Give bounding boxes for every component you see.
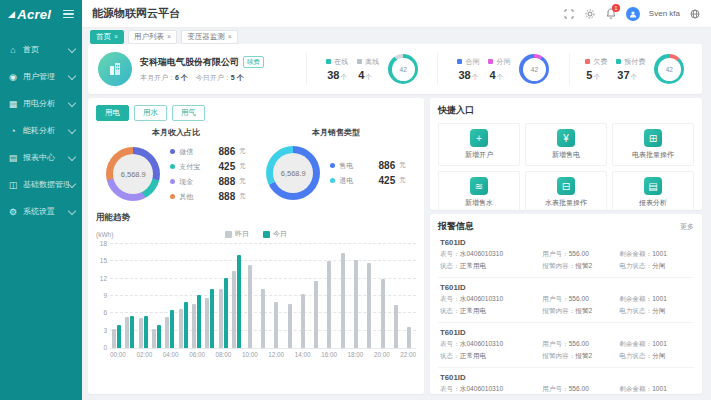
sidebar-item-label: 用户管理 [23,71,69,82]
quick-entry-item[interactable]: ▤ 报表分析 [612,171,694,214]
arrears-stat: 欠费 5个 [585,57,607,82]
sidebar-item[interactable]: ▦ 用电分析 [0,90,82,117]
avatar[interactable] [626,7,640,21]
app-logo: ◢ Acrel [8,7,51,22]
alarm-status: 状态：正常用电 [440,352,538,361]
alarm-meter-no: 表号：水0406010310 [440,250,538,259]
alarm-content: 报警内容：报警2 [542,262,615,271]
alarm-device-id: T601ID [440,328,692,337]
alarm-power-state: 电力状态：分闸 [619,352,692,361]
quick-entry-item[interactable]: ⊟ 水表批量操作 [525,171,607,214]
offline-stat: 离线 4个 [357,57,379,82]
legend-sell: 售电886元 [330,160,406,171]
quick-entry-item[interactable]: ≋ 新增售水 [438,171,520,214]
sidebar-item[interactable]: ◔ 能耗分析 [0,117,82,144]
alarm-device-id: T601ID [440,283,692,292]
sidebar-item[interactable]: ▤ 报表中心 [0,144,82,171]
bar-group [216,244,229,348]
quick-entry-label: 电表批量操作 [632,150,674,160]
bar-group [230,244,243,348]
sales-donut: 6,568.9 [266,146,320,200]
quick-entry-item[interactable]: ¥ 新增售电 [525,123,607,166]
alarm-user-no: 用户号：556.00 [542,250,615,259]
sales-section: 本月销售类型 6,568.9 售电886元 退电425元 [256,127,416,202]
tab-home[interactable]: 首页× [90,30,124,44]
bar-group [389,244,402,348]
prepaid-stat: 预付费 37个 [616,57,645,82]
quick-entry-item[interactable]: ⊞ 电表批量操作 [612,123,694,166]
chevron-down-icon [68,125,76,133]
menu-item-icon: ◫ [7,180,19,190]
tab-bar: 首页× 用户列表× 变压器监测× [82,28,711,45]
page-title: 能源物联网云平台 [92,6,180,21]
quick-entry-label: 新增开户 [465,150,493,160]
meter-batch-icon: ⊞ [644,129,662,147]
alarm-meter-no: 表号：水0406010310 [440,385,538,394]
chevron-down-icon [68,179,76,187]
language-globe-icon[interactable] [689,8,701,20]
tab-transformer-monitor[interactable]: 变压器监测× [181,30,238,44]
chevron-down-icon [68,206,76,214]
settings-gear-icon[interactable] [584,8,596,20]
username[interactable]: Sven kfa [649,9,680,18]
quick-entry-label: 新增售电 [552,150,580,160]
quick-entry-title: 快捷入口 [438,104,694,117]
renew-badge[interactable]: 续费 [243,56,264,68]
legend-yesterday: 昨日 [225,229,249,239]
close-icon[interactable]: × [167,33,171,40]
sidebar-item[interactable]: ◉ 用户管理 [0,63,82,90]
bar-group [309,244,322,348]
close-icon[interactable]: × [114,33,118,40]
sidebar-item-label: 基础数据管理 [23,179,69,190]
chevron-down-icon [68,98,76,106]
month-open-stat: 本月开户：6 个 [140,73,188,83]
sell-water-icon: ≋ [470,177,488,195]
sidebar-item[interactable]: ⌂ 首页 [0,36,82,63]
report-analysis-icon: ▤ [644,177,662,195]
sidebar-item-label: 首页 [23,44,69,55]
trend-chart: 用能趋势 (kWh) 昨日 今日 0369121518 00:0002:0004… [96,212,416,358]
legend-today: 今日 [263,229,287,239]
alarm-item[interactable]: T601ID 表号：水0406010310 用户号：556.00 剩余金额：10… [438,323,694,368]
alarm-card: 报警信息 更多 T601ID 表号：水0406010310 用户号：556.00… [430,214,702,394]
water-meter-batch-icon: ⊟ [557,177,575,195]
alarm-device-id: T601ID [440,373,692,382]
bar-group [270,244,283,348]
quick-entry-item[interactable]: + 新增开户 [438,123,520,166]
alarm-power-state: 电力状态：分闸 [619,262,692,271]
income-title: 本月收入占比 [96,127,256,138]
menu-collapse-icon[interactable] [63,8,74,21]
bar-group [137,244,150,348]
tab-gas[interactable]: 用气 [172,105,205,121]
bar-group [123,244,136,348]
tab-user-list[interactable]: 用户列表× [128,30,177,44]
alarm-item[interactable]: T601ID 表号：水0406010310 用户号：556.00 剩余金额：10… [438,233,694,278]
bell-icon[interactable]: 1 [605,8,617,20]
alarm-item[interactable]: T601ID 表号：水0406010310 用户号：556.00 剩余金额：10… [438,368,694,394]
bar-group [323,244,336,348]
fullscreen-icon[interactable] [563,8,575,20]
sidebar-item[interactable]: ⚙ 系统设置 [0,198,82,225]
alarm-status: 状态：正常用电 [440,307,538,316]
switch-donut: 42 [519,54,549,84]
legend-refund: 退电425元 [330,175,406,186]
legend-cash: 现金888元 [170,176,246,187]
tab-electricity[interactable]: 用电 [96,105,129,121]
sidebar-item[interactable]: ◫ 基础数据管理 [0,171,82,198]
alarm-balance: 剩余金额：1001 [619,385,692,394]
tab-water[interactable]: 用水 [134,105,167,121]
more-link[interactable]: 更多 [680,222,694,232]
logo-mark-icon: ◢ [8,9,15,19]
sales-title: 本月销售类型 [256,127,416,138]
bar-group [150,244,163,348]
chevron-down-icon [68,71,76,79]
bar-group [163,244,176,348]
bar-group [110,244,123,348]
close-icon[interactable]: × [228,33,232,40]
alarm-item[interactable]: T601ID 表号：水0406010310 用户号：556.00 剩余金额：10… [438,278,694,323]
online-stat: 在线 38个 [326,57,348,82]
company-overview-card: 安科瑞电气股份有限公司 续费 本月开户：6 个 今日开户：5 个 在线 38个 … [88,44,702,94]
sidebar-item-label: 系统设置 [23,206,69,217]
bar-group [376,244,389,348]
online-status-group: 在线 38个 离线 4个 42 [315,54,429,84]
